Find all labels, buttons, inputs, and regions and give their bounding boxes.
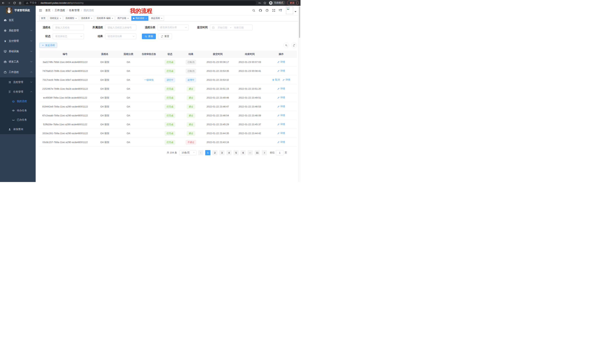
tab-流程表单-编辑[interactable]: 流程表单-编辑× <box>95 16 115 21</box>
close-icon[interactable]: × <box>161 17 162 20</box>
process-table: 编号流程名流程分类当前审批任务状态结果提交时间结束时间操作 3ad174fb-7… <box>39 51 297 147</box>
submit-time-range[interactable]: - <box>210 25 253 30</box>
app-logo-row[interactable]: 芋道管理系统 <box>0 6 36 15</box>
sidebar-item-待办任务[interactable]: 待办任务 <box>0 106 36 115</box>
sidebar-item-已办任务[interactable]: 已办任务 <box>0 115 36 125</box>
page-button-1[interactable]: 1 <box>205 150 210 155</box>
cancel-action[interactable]: 取消 <box>272 78 280 81</box>
detail-action[interactable]: 详情 <box>277 132 285 135</box>
plus-icon <box>42 44 44 46</box>
star-icon[interactable] <box>263 1 267 5</box>
tab-发起流程[interactable]: 发起流程× <box>149 16 164 21</box>
close-icon[interactable]: × <box>112 17 113 20</box>
breadcrumb-item[interactable]: 任务管理 <box>69 9 80 12</box>
process-def-input[interactable] <box>105 25 136 30</box>
reset-button[interactable]: 重置 <box>158 34 172 39</box>
detail-action[interactable]: 详情 <box>277 123 285 126</box>
sidebar-item-流程管理[interactable]: 流程管理 <box>0 77 36 87</box>
sidebar-item-我的流程[interactable]: 我的流程 <box>0 97 36 106</box>
detail-action[interactable]: 详情 <box>277 105 285 108</box>
github-icon[interactable] <box>259 9 262 12</box>
scrollbar-thumb[interactable] <box>299 6 300 38</box>
detail-action[interactable]: 详情 <box>282 78 290 81</box>
page-button-5[interactable]: 5 <box>233 150 239 155</box>
start-date-input[interactable] <box>216 26 229 29</box>
menu-dots-icon[interactable] <box>296 2 297 4</box>
sidebar-item-任务管理[interactable]: 任务管理 <box>0 87 36 97</box>
table-row: ec45f38f-7b9a-11ec-b03b-acde48001122OA 请… <box>39 93 297 102</box>
status-select[interactable]: 请选择状态 <box>53 34 84 39</box>
page-button-3[interactable]: 3 <box>219 150 225 155</box>
page-button-2[interactable]: 2 <box>212 150 218 155</box>
page-button-4[interactable]: 4 <box>226 150 232 155</box>
sidebar-item-首页[interactable]: 首页 <box>0 15 36 25</box>
close-icon[interactable]: × <box>145 17 147 20</box>
table-row: 67c2eaab-7b9a-11ec-a290-acde48001122OA 请… <box>39 111 297 120</box>
action-label: 详情 <box>280 132 285 135</box>
avatar[interactable] <box>286 7 293 14</box>
sidebar-item-研发工具[interactable]: 研发工具 <box>0 57 36 67</box>
current-task-link[interactable]: 一级审批 <box>144 78 154 81</box>
cell-category: OA <box>119 114 138 117</box>
update-button[interactable]: 更新 <box>287 0 299 5</box>
breadcrumb-item[interactable]: 首页 <box>45 9 50 12</box>
detail-action[interactable]: 详情 <box>277 87 285 90</box>
home-icon[interactable] <box>18 1 22 5</box>
page-ellipsis[interactable]: ··· <box>248 150 253 155</box>
detail-action[interactable]: 详情 <box>277 96 285 99</box>
status-badge: 已完成 <box>165 131 175 136</box>
key-icon[interactable] <box>258 1 261 5</box>
detail-action[interactable]: 详情 <box>277 60 285 64</box>
back-icon[interactable] <box>1 1 5 5</box>
address-bar[interactable]: 不安全 dashboard.yudao.iocoder.cn/bpm/task/… <box>24 1 256 5</box>
result-select[interactable]: 请选择流结果 <box>105 34 136 39</box>
search-button[interactable]: 搜索 <box>142 34 156 39</box>
column-header: 当前审批任务 <box>138 52 160 56</box>
tab-流程表单[interactable]: 流程表单× <box>79 16 94 21</box>
sidebar-item-请假查询[interactable]: 请假查询 <box>0 125 36 134</box>
sidebar-item-基础设施[interactable]: 基础设施 <box>0 46 36 57</box>
help-icon[interactable] <box>265 9 269 12</box>
goto-page-input[interactable] <box>276 150 283 155</box>
create-process-button[interactable]: 发起流程 <box>39 43 57 48</box>
end-date-input[interactable] <box>232 26 246 29</box>
action-label: 详情 <box>285 78 290 81</box>
font-size-icon[interactable]: TT <box>279 9 282 12</box>
refresh-table-button[interactable] <box>291 42 297 48</box>
scrollbar[interactable] <box>299 6 300 182</box>
next-page-button[interactable] <box>262 150 267 155</box>
category-select[interactable]: 请选择流程分类 <box>158 25 189 30</box>
page-button-6[interactable]: 6 <box>240 150 246 155</box>
detail-action[interactable]: 详情 <box>277 114 285 117</box>
show-search-button[interactable] <box>283 42 289 48</box>
tab-流程定义[interactable]: 流程定义× <box>48 16 63 21</box>
search-icon[interactable] <box>252 9 255 12</box>
reload-icon[interactable] <box>13 1 16 5</box>
page-button-11[interactable]: 11 <box>255 150 260 155</box>
close-icon[interactable]: × <box>75 17 77 20</box>
column-header: 流程分类 <box>119 52 138 56</box>
hamburger-icon[interactable] <box>36 9 45 12</box>
tab-用户分组[interactable]: 用户分组× <box>116 16 130 21</box>
fullscreen-icon[interactable] <box>272 9 275 12</box>
tab-流程模型[interactable]: 流程模型× <box>64 16 78 21</box>
detail-action[interactable]: 详情 <box>277 140 285 144</box>
close-icon[interactable]: × <box>91 17 92 20</box>
close-icon[interactable]: × <box>127 17 129 20</box>
tab-我的流程[interactable]: 我的流程× <box>131 16 148 21</box>
prev-page-button[interactable] <box>198 150 203 155</box>
close-icon[interactable]: × <box>60 17 61 20</box>
sidebar-item-label: 流程管理 <box>13 80 23 84</box>
forward-icon[interactable] <box>7 1 11 5</box>
chevron-down-icon[interactable] <box>295 11 296 12</box>
process-name-input[interactable] <box>53 25 84 30</box>
page-size-select[interactable]: 10条/页 <box>180 150 196 155</box>
security-label[interactable]: 不安全 <box>30 1 37 4</box>
sidebar-item-支付管理[interactable]: ¥支付管理 <box>0 36 36 46</box>
tab-首页[interactable]: 首页 <box>39 16 47 21</box>
sidebar-item-工作流程[interactable]: 工作流程 <box>0 67 36 77</box>
breadcrumb-item[interactable]: 工作流程 <box>55 9 65 12</box>
detail-action[interactable]: 详情 <box>277 69 285 73</box>
sidebar-item-系统管理[interactable]: 系统管理 <box>0 25 36 36</box>
status-badge: 通过 <box>187 113 195 118</box>
